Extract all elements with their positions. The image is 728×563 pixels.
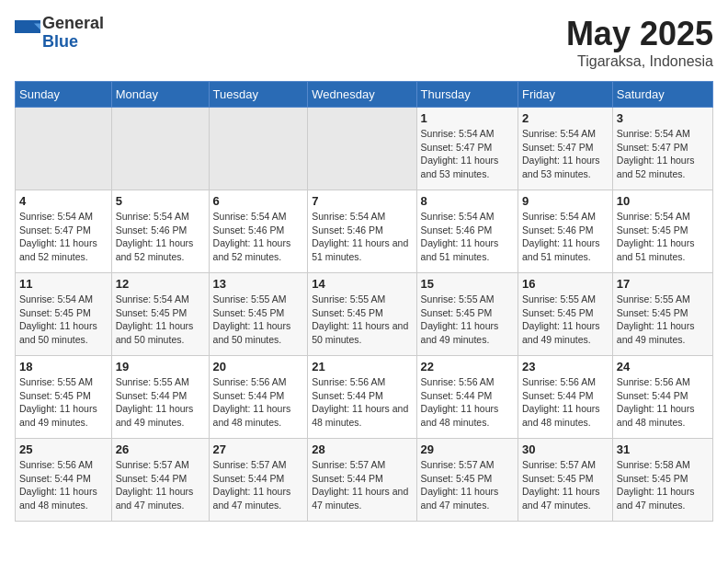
- day-cell: 20Sunrise: 5:56 AMSunset: 5:44 PMDayligh…: [209, 356, 308, 439]
- day-cell: 12Sunrise: 5:54 AMSunset: 5:45 PMDayligh…: [111, 273, 209, 356]
- day-info: Sunrise: 5:56 AMSunset: 5:44 PMDaylight:…: [312, 375, 412, 430]
- day-number: 31: [617, 442, 709, 456]
- day-number: 11: [19, 277, 108, 291]
- day-cell: 25Sunrise: 5:56 AMSunset: 5:44 PMDayligh…: [16, 439, 112, 522]
- title-block: May 2025 Tigaraksa, Indonesia: [566, 15, 713, 70]
- day-number: 12: [116, 277, 205, 291]
- day-info: Sunrise: 5:55 AMSunset: 5:45 PMDaylight:…: [421, 293, 514, 347]
- day-cell: 2Sunrise: 5:54 AMSunset: 5:47 PMDaylight…: [518, 108, 612, 190]
- day-cell: 21Sunrise: 5:56 AMSunset: 5:44 PMDayligh…: [308, 356, 416, 439]
- day-info: Sunrise: 5:54 AMSunset: 5:45 PMDaylight:…: [617, 210, 709, 264]
- day-info: Sunrise: 5:56 AMSunset: 5:44 PMDaylight:…: [617, 375, 709, 430]
- day-info: Sunrise: 5:54 AMSunset: 5:47 PMDaylight:…: [522, 127, 609, 181]
- day-cell: [16, 108, 112, 190]
- col-header-saturday: Saturday: [612, 82, 712, 108]
- day-info: Sunrise: 5:54 AMSunset: 5:47 PMDaylight:…: [421, 127, 514, 181]
- day-info: Sunrise: 5:57 AMSunset: 5:45 PMDaylight:…: [421, 458, 514, 512]
- col-header-wednesday: Wednesday: [308, 82, 416, 108]
- page-header: General Blue May 2025 Tigaraksa, Indones…: [15, 15, 713, 70]
- day-number: 13: [213, 277, 304, 291]
- day-cell: [209, 108, 308, 190]
- day-number: 7: [312, 194, 412, 208]
- day-cell: [111, 108, 209, 190]
- day-info: Sunrise: 5:56 AMSunset: 5:44 PMDaylight:…: [421, 375, 514, 430]
- day-cell: 7Sunrise: 5:54 AMSunset: 5:46 PMDaylight…: [308, 190, 416, 273]
- col-header-friday: Friday: [518, 82, 612, 108]
- day-cell: 5Sunrise: 5:54 AMSunset: 5:46 PMDaylight…: [111, 190, 209, 273]
- day-info: Sunrise: 5:57 AMSunset: 5:44 PMDaylight:…: [116, 458, 205, 512]
- day-cell: 4Sunrise: 5:54 AMSunset: 5:47 PMDaylight…: [16, 190, 112, 273]
- day-cell: 16Sunrise: 5:55 AMSunset: 5:45 PMDayligh…: [518, 273, 612, 356]
- day-cell: 22Sunrise: 5:56 AMSunset: 5:44 PMDayligh…: [416, 356, 518, 439]
- day-number: 30: [522, 442, 609, 456]
- day-cell: 1Sunrise: 5:54 AMSunset: 5:47 PMDaylight…: [416, 108, 518, 190]
- week-row-1: 1Sunrise: 5:54 AMSunset: 5:47 PMDaylight…: [16, 108, 713, 190]
- day-number: 1: [421, 111, 514, 125]
- day-number: 15: [421, 277, 514, 291]
- day-info: Sunrise: 5:55 AMSunset: 5:45 PMDaylight:…: [213, 293, 304, 347]
- logo-blue: Blue: [42, 32, 78, 51]
- day-cell: 8Sunrise: 5:54 AMSunset: 5:46 PMDaylight…: [416, 190, 518, 273]
- day-info: Sunrise: 5:55 AMSunset: 5:45 PMDaylight:…: [19, 375, 108, 430]
- svg-rect-0: [15, 20, 40, 33]
- day-info: Sunrise: 5:55 AMSunset: 5:45 PMDaylight:…: [617, 293, 709, 347]
- day-number: 22: [421, 360, 514, 373]
- day-info: Sunrise: 5:57 AMSunset: 5:44 PMDaylight:…: [312, 458, 412, 512]
- logo-icon: [15, 20, 40, 46]
- day-number: 26: [116, 442, 205, 456]
- day-number: 19: [116, 360, 205, 373]
- day-info: Sunrise: 5:54 AMSunset: 5:46 PMDaylight:…: [312, 210, 412, 264]
- day-number: 9: [522, 194, 609, 208]
- col-header-thursday: Thursday: [416, 82, 518, 108]
- day-cell: 27Sunrise: 5:57 AMSunset: 5:44 PMDayligh…: [209, 439, 308, 522]
- day-cell: 17Sunrise: 5:55 AMSunset: 5:45 PMDayligh…: [612, 273, 712, 356]
- day-number: 18: [19, 360, 108, 373]
- day-cell: 29Sunrise: 5:57 AMSunset: 5:45 PMDayligh…: [416, 439, 518, 522]
- svg-rect-1: [15, 33, 40, 46]
- day-info: Sunrise: 5:55 AMSunset: 5:44 PMDaylight:…: [116, 375, 205, 430]
- col-header-sunday: Sunday: [16, 82, 112, 108]
- day-cell: 11Sunrise: 5:54 AMSunset: 5:45 PMDayligh…: [16, 273, 112, 356]
- day-number: 27: [213, 442, 304, 456]
- day-info: Sunrise: 5:54 AMSunset: 5:47 PMDaylight:…: [617, 127, 709, 181]
- day-info: Sunrise: 5:54 AMSunset: 5:45 PMDaylight:…: [19, 293, 108, 347]
- day-info: Sunrise: 5:57 AMSunset: 5:44 PMDaylight:…: [213, 458, 304, 512]
- day-number: 24: [617, 360, 709, 373]
- day-number: 3: [617, 111, 709, 125]
- day-number: 17: [617, 277, 709, 291]
- week-row-2: 4Sunrise: 5:54 AMSunset: 5:47 PMDaylight…: [16, 190, 713, 273]
- week-row-3: 11Sunrise: 5:54 AMSunset: 5:45 PMDayligh…: [16, 273, 713, 356]
- day-number: 23: [522, 360, 609, 373]
- subtitle: Tigaraksa, Indonesia: [566, 53, 713, 70]
- day-cell: 14Sunrise: 5:55 AMSunset: 5:45 PMDayligh…: [308, 273, 416, 356]
- header-row: SundayMondayTuesdayWednesdayThursdayFrid…: [16, 82, 713, 108]
- day-number: 14: [312, 277, 412, 291]
- week-row-5: 25Sunrise: 5:56 AMSunset: 5:44 PMDayligh…: [16, 439, 713, 522]
- day-info: Sunrise: 5:54 AMSunset: 5:46 PMDaylight:…: [522, 210, 609, 264]
- day-cell: 24Sunrise: 5:56 AMSunset: 5:44 PMDayligh…: [612, 356, 712, 439]
- logo-general: General: [42, 14, 104, 32]
- day-number: 25: [19, 442, 108, 456]
- day-cell: 15Sunrise: 5:55 AMSunset: 5:45 PMDayligh…: [416, 273, 518, 356]
- day-cell: 26Sunrise: 5:57 AMSunset: 5:44 PMDayligh…: [111, 439, 209, 522]
- calendar-table: SundayMondayTuesdayWednesdayThursdayFrid…: [15, 81, 713, 522]
- day-cell: 10Sunrise: 5:54 AMSunset: 5:45 PMDayligh…: [612, 190, 712, 273]
- day-number: 28: [312, 442, 412, 456]
- day-cell: 6Sunrise: 5:54 AMSunset: 5:46 PMDaylight…: [209, 190, 308, 273]
- day-info: Sunrise: 5:54 AMSunset: 5:45 PMDaylight:…: [116, 293, 205, 347]
- main-title: May 2025: [566, 15, 713, 53]
- day-info: Sunrise: 5:55 AMSunset: 5:45 PMDaylight:…: [312, 293, 412, 347]
- day-number: 16: [522, 277, 609, 291]
- col-header-monday: Monday: [111, 82, 209, 108]
- day-number: 4: [19, 194, 108, 208]
- col-header-tuesday: Tuesday: [209, 82, 308, 108]
- day-info: Sunrise: 5:54 AMSunset: 5:46 PMDaylight:…: [116, 210, 205, 264]
- day-cell: 9Sunrise: 5:54 AMSunset: 5:46 PMDaylight…: [518, 190, 612, 273]
- day-info: Sunrise: 5:54 AMSunset: 5:47 PMDaylight:…: [19, 210, 108, 264]
- day-cell: 18Sunrise: 5:55 AMSunset: 5:45 PMDayligh…: [16, 356, 112, 439]
- day-info: Sunrise: 5:56 AMSunset: 5:44 PMDaylight:…: [19, 458, 108, 512]
- day-number: 21: [312, 360, 412, 373]
- day-cell: [308, 108, 416, 190]
- logo: General Blue: [15, 15, 104, 52]
- day-number: 29: [421, 442, 514, 456]
